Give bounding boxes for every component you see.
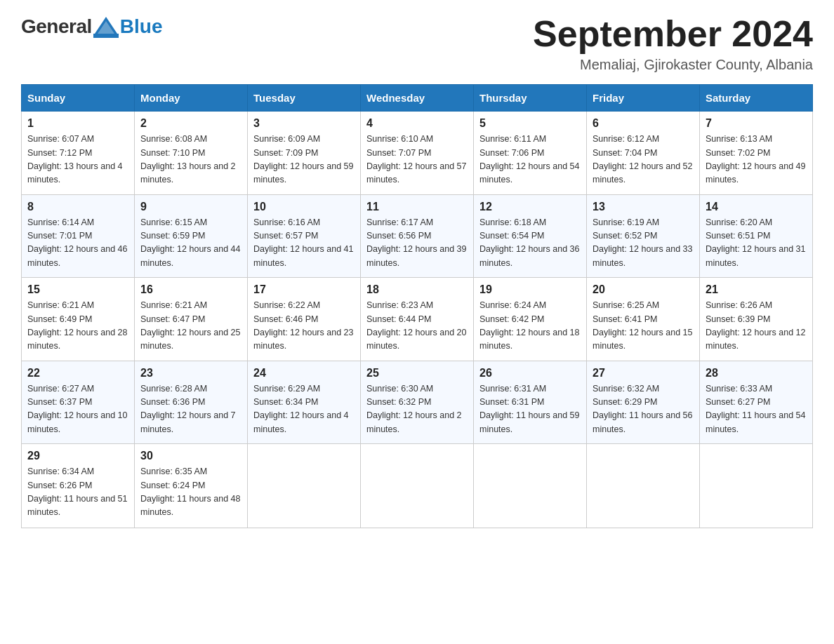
day-info: Sunrise: 6:19 AMSunset: 6:52 PMDaylight:… <box>593 216 694 271</box>
day-info: Sunrise: 6:10 AMSunset: 7:07 PMDaylight:… <box>366 133 468 187</box>
calendar-cell: 9 Sunrise: 6:15 AMSunset: 6:59 PMDayligh… <box>135 194 248 278</box>
day-info: Sunrise: 6:23 AMSunset: 6:44 PMDaylight:… <box>366 299 468 354</box>
page-header: General Blue September 2024 Memaliaj, Gj… <box>21 14 813 73</box>
day-info: Sunrise: 6:07 AMSunset: 7:12 PMDaylight:… <box>27 133 128 187</box>
day-number: 23 <box>140 367 241 380</box>
day-info: Sunrise: 6:35 AMSunset: 6:24 PMDaylight:… <box>140 465 241 520</box>
day-number: 27 <box>593 367 694 380</box>
calendar-cell: 16 Sunrise: 6:21 AMSunset: 6:47 PMDaylig… <box>135 278 248 361</box>
day-info: Sunrise: 6:15 AMSunset: 6:59 PMDaylight:… <box>140 216 241 271</box>
col-wednesday: Wednesday <box>361 85 474 112</box>
day-number: 18 <box>366 283 468 296</box>
logo-icon <box>93 14 119 39</box>
header-right: September 2024 Memaliaj, Gjirokaster Cou… <box>533 14 813 73</box>
day-number: 10 <box>253 201 355 213</box>
day-number: 1 <box>27 117 128 130</box>
day-number: 12 <box>479 201 581 213</box>
day-info: Sunrise: 6:22 AMSunset: 6:46 PMDaylight:… <box>253 299 355 354</box>
calendar-cell <box>361 444 474 528</box>
day-info: Sunrise: 6:08 AMSunset: 7:10 PMDaylight:… <box>140 133 241 187</box>
calendar-cell <box>248 444 361 528</box>
day-info: Sunrise: 6:20 AMSunset: 6:51 PMDaylight:… <box>706 216 807 271</box>
calendar-cell: 21 Sunrise: 6:26 AMSunset: 6:39 PMDaylig… <box>700 278 813 361</box>
day-info: Sunrise: 6:25 AMSunset: 6:41 PMDaylight:… <box>593 299 694 354</box>
col-sunday: Sunday <box>22 85 135 112</box>
day-number: 2 <box>140 117 241 130</box>
calendar-row-4: 22 Sunrise: 6:27 AMSunset: 6:37 PMDaylig… <box>22 361 813 444</box>
day-info: Sunrise: 6:16 AMSunset: 6:57 PMDaylight:… <box>253 216 355 271</box>
calendar-cell: 11 Sunrise: 6:17 AMSunset: 6:56 PMDaylig… <box>361 194 474 278</box>
calendar-cell <box>587 444 700 528</box>
calendar-cell: 17 Sunrise: 6:22 AMSunset: 6:46 PMDaylig… <box>248 278 361 361</box>
calendar-row-5: 29 Sunrise: 6:34 AMSunset: 6:26 PMDaylig… <box>22 444 813 528</box>
col-friday: Friday <box>587 85 700 112</box>
day-info: Sunrise: 6:30 AMSunset: 6:32 PMDaylight:… <box>366 382 468 437</box>
day-info: Sunrise: 6:24 AMSunset: 6:42 PMDaylight:… <box>479 299 581 354</box>
calendar-cell: 14 Sunrise: 6:20 AMSunset: 6:51 PMDaylig… <box>700 194 813 278</box>
calendar-cell: 29 Sunrise: 6:34 AMSunset: 6:26 PMDaylig… <box>22 444 135 528</box>
calendar-row-2: 8 Sunrise: 6:14 AMSunset: 7:01 PMDayligh… <box>22 194 813 278</box>
logo-general-text: General <box>21 15 92 38</box>
svg-rect-2 <box>93 34 119 38</box>
calendar-cell: 13 Sunrise: 6:19 AMSunset: 6:52 PMDaylig… <box>587 194 700 278</box>
calendar-cell: 8 Sunrise: 6:14 AMSunset: 7:01 PMDayligh… <box>22 194 135 278</box>
calendar-cell: 15 Sunrise: 6:21 AMSunset: 6:49 PMDaylig… <box>22 278 135 361</box>
calendar-cell <box>474 444 587 528</box>
calendar-cell <box>700 444 813 528</box>
day-number: 14 <box>706 201 807 213</box>
day-info: Sunrise: 6:28 AMSunset: 6:36 PMDaylight:… <box>140 382 241 437</box>
day-info: Sunrise: 6:13 AMSunset: 7:02 PMDaylight:… <box>706 133 807 187</box>
header-row: Sunday Monday Tuesday Wednesday Thursday… <box>22 85 813 112</box>
location-text: Memaliaj, Gjirokaster County, Albania <box>533 57 813 73</box>
day-info: Sunrise: 6:09 AMSunset: 7:09 PMDaylight:… <box>253 133 355 187</box>
day-info: Sunrise: 6:29 AMSunset: 6:34 PMDaylight:… <box>253 382 355 437</box>
calendar-cell: 3 Sunrise: 6:09 AMSunset: 7:09 PMDayligh… <box>248 112 361 195</box>
day-number: 5 <box>479 117 581 130</box>
day-number: 21 <box>706 283 807 296</box>
day-number: 26 <box>479 367 581 380</box>
calendar-cell: 28 Sunrise: 6:33 AMSunset: 6:27 PMDaylig… <box>700 361 813 444</box>
day-number: 28 <box>706 367 807 380</box>
calendar-cell: 18 Sunrise: 6:23 AMSunset: 6:44 PMDaylig… <box>361 278 474 361</box>
day-number: 8 <box>27 201 128 213</box>
day-number: 19 <box>479 283 581 296</box>
calendar-cell: 24 Sunrise: 6:29 AMSunset: 6:34 PMDaylig… <box>248 361 361 444</box>
day-number: 11 <box>366 201 468 213</box>
logo-blue-text: Blue <box>120 15 163 38</box>
calendar-cell: 25 Sunrise: 6:30 AMSunset: 6:32 PMDaylig… <box>361 361 474 444</box>
day-info: Sunrise: 6:11 AMSunset: 7:06 PMDaylight:… <box>479 133 581 187</box>
day-info: Sunrise: 6:21 AMSunset: 6:47 PMDaylight:… <box>140 299 241 354</box>
col-saturday: Saturday <box>700 85 813 112</box>
day-info: Sunrise: 6:33 AMSunset: 6:27 PMDaylight:… <box>706 382 807 437</box>
calendar-cell: 7 Sunrise: 6:13 AMSunset: 7:02 PMDayligh… <box>700 112 813 195</box>
calendar-cell: 12 Sunrise: 6:18 AMSunset: 6:54 PMDaylig… <box>474 194 587 278</box>
month-title: September 2024 <box>533 14 813 54</box>
col-thursday: Thursday <box>474 85 587 112</box>
calendar-cell: 20 Sunrise: 6:25 AMSunset: 6:41 PMDaylig… <box>587 278 700 361</box>
logo: General Blue <box>21 14 162 39</box>
day-number: 13 <box>593 201 694 213</box>
col-monday: Monday <box>135 85 248 112</box>
day-info: Sunrise: 6:17 AMSunset: 6:56 PMDaylight:… <box>366 216 468 271</box>
calendar-cell: 23 Sunrise: 6:28 AMSunset: 6:36 PMDaylig… <box>135 361 248 444</box>
day-info: Sunrise: 6:18 AMSunset: 6:54 PMDaylight:… <box>479 216 581 271</box>
day-info: Sunrise: 6:31 AMSunset: 6:31 PMDaylight:… <box>479 382 581 437</box>
calendar-cell: 5 Sunrise: 6:11 AMSunset: 7:06 PMDayligh… <box>474 112 587 195</box>
day-number: 6 <box>593 117 694 130</box>
calendar-cell: 30 Sunrise: 6:35 AMSunset: 6:24 PMDaylig… <box>135 444 248 528</box>
day-info: Sunrise: 6:12 AMSunset: 7:04 PMDaylight:… <box>593 133 694 187</box>
calendar-cell: 19 Sunrise: 6:24 AMSunset: 6:42 PMDaylig… <box>474 278 587 361</box>
calendar-cell: 26 Sunrise: 6:31 AMSunset: 6:31 PMDaylig… <box>474 361 587 444</box>
calendar-body: 1 Sunrise: 6:07 AMSunset: 7:12 PMDayligh… <box>22 112 813 528</box>
day-number: 17 <box>253 283 355 296</box>
day-number: 3 <box>253 117 355 130</box>
day-number: 20 <box>593 283 694 296</box>
day-number: 22 <box>27 367 128 380</box>
calendar-row-3: 15 Sunrise: 6:21 AMSunset: 6:49 PMDaylig… <box>22 278 813 361</box>
day-number: 25 <box>366 367 468 380</box>
day-info: Sunrise: 6:26 AMSunset: 6:39 PMDaylight:… <box>706 299 807 354</box>
calendar-row-1: 1 Sunrise: 6:07 AMSunset: 7:12 PMDayligh… <box>22 112 813 195</box>
day-info: Sunrise: 6:34 AMSunset: 6:26 PMDaylight:… <box>27 465 128 520</box>
day-info: Sunrise: 6:27 AMSunset: 6:37 PMDaylight:… <box>27 382 128 437</box>
day-number: 16 <box>140 283 241 296</box>
